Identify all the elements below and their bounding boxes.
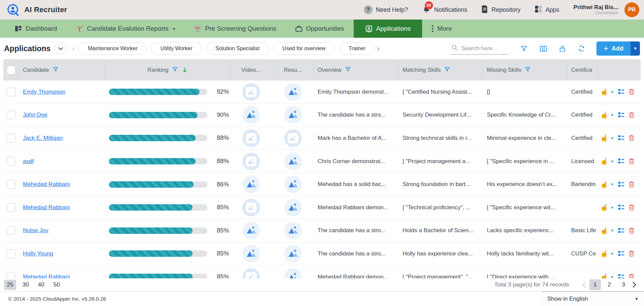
filter-chip[interactable]: Trainer <box>339 42 375 55</box>
resume-thumbnail[interactable] <box>284 153 302 170</box>
hand-pointer-icon[interactable]: ☝ <box>600 250 609 257</box>
action-dropdown-caret[interactable]: ▼ <box>610 182 614 186</box>
filter-funnel-icon[interactable] <box>444 67 450 73</box>
filter-funnel-icon[interactable] <box>172 67 178 73</box>
workflow-list-icon[interactable] <box>618 112 624 118</box>
resume-thumbnail[interactable] <box>284 176 302 193</box>
column-header-resume[interactable]: Resu... <box>272 59 314 81</box>
column-header-missing-skills[interactable]: Missing Skills <box>483 59 567 81</box>
need-help-button[interactable]: ? Need Help? <box>364 5 408 14</box>
action-dropdown-caret[interactable]: ▼ <box>610 206 614 210</box>
action-dropdown-caret[interactable]: ▼ <box>610 90 614 94</box>
video-thumbnail[interactable] <box>242 268 260 278</box>
video-thumbnail[interactable] <box>242 199 260 216</box>
candidate-link[interactable]: Holly Young <box>23 250 53 257</box>
video-thumbnail[interactable] <box>242 106 260 124</box>
candidate-link[interactable]: asdf <box>23 158 34 165</box>
sort-descending-icon[interactable] <box>182 67 187 73</box>
action-dropdown-caret[interactable]: ▼ <box>610 159 614 163</box>
resume-thumbnail[interactable] <box>284 83 302 101</box>
prev-page-icon[interactable] <box>582 282 586 288</box>
candidate-link[interactable]: Mehedad Rabbani <box>23 204 70 211</box>
hand-pointer-icon[interactable]: ☝ <box>600 88 609 95</box>
next-page-icon[interactable] <box>633 282 637 288</box>
row-checkbox[interactable] <box>7 88 16 96</box>
row-checkbox[interactable] <box>7 134 16 143</box>
action-dropdown-caret[interactable]: ▼ <box>610 275 614 278</box>
user-menu[interactable]: Prithwi Raj Bis... CloudApper <box>574 4 618 16</box>
row-checkbox[interactable] <box>7 249 16 258</box>
resume-thumbnail[interactable] <box>284 268 302 278</box>
add-button[interactable]: +Add ▼ <box>596 41 640 56</box>
filter-funnel-icon[interactable] <box>521 45 527 52</box>
video-thumbnail[interactable] <box>242 176 260 193</box>
action-dropdown-caret[interactable]: ▼ <box>610 228 614 233</box>
resume-thumbnail[interactable] <box>284 222 302 239</box>
video-thumbnail[interactable] <box>242 83 260 101</box>
column-header-certification[interactable]: Certifica <box>567 59 598 81</box>
row-checkbox[interactable] <box>7 203 16 212</box>
candidate-link[interactable]: Jack E. Milligan <box>23 135 63 142</box>
candidate-link[interactable]: Mehedad Rabbani <box>23 274 70 278</box>
tab-pre-screening-questions[interactable]: Pre Screening Questions <box>184 20 286 38</box>
column-header-video[interactable]: Video... <box>230 59 272 81</box>
trash-icon[interactable] <box>629 227 634 234</box>
avatar[interactable]: PR <box>624 2 639 17</box>
hand-pointer-icon[interactable]: ☝ <box>600 204 609 211</box>
tab-more[interactable]: More <box>422 20 461 38</box>
tab-applications[interactable]: Applications <box>354 20 422 38</box>
workflow-list-icon[interactable] <box>618 158 624 164</box>
tab-dashboard[interactable]: Dashboard <box>5 20 66 38</box>
refresh-icon[interactable] <box>578 45 585 52</box>
tab-candidate-evalution-reports[interactable]: Candidate Evalution Reports ▾ <box>66 20 184 38</box>
resume-thumbnail[interactable] <box>284 106 302 124</box>
page-number[interactable]: 1 <box>589 279 601 290</box>
row-checkbox[interactable] <box>7 273 16 278</box>
row-checkbox[interactable] <box>7 111 16 119</box>
chips-scroll-right-icon[interactable]: › <box>377 43 380 54</box>
action-dropdown-caret[interactable]: ▼ <box>610 136 614 140</box>
resume-thumbnail[interactable] <box>284 245 302 263</box>
trash-icon[interactable] <box>629 250 634 257</box>
trash-icon[interactable] <box>629 89 634 95</box>
row-checkbox[interactable] <box>7 180 16 189</box>
hand-pointer-icon[interactable]: ☝ <box>600 134 609 142</box>
chips-scroll-left-icon[interactable]: ‹ <box>72 43 75 54</box>
filter-chip[interactable]: Maintenance Worker <box>79 42 147 55</box>
resume-thumbnail[interactable] <box>284 129 302 147</box>
video-thumbnail[interactable] <box>242 245 260 263</box>
trash-icon[interactable] <box>629 135 634 141</box>
workflow-list-icon[interactable] <box>618 251 624 256</box>
page-number[interactable]: 2 <box>604 279 615 290</box>
lock-icon[interactable] <box>559 45 565 52</box>
action-dropdown-caret[interactable]: ▼ <box>610 252 614 256</box>
apps-button[interactable]: Apps <box>535 5 559 14</box>
page-number[interactable]: 3 <box>618 279 629 290</box>
video-thumbnail[interactable] <box>242 222 260 239</box>
video-thumbnail[interactable] <box>242 153 260 170</box>
workflow-list-icon[interactable] <box>618 182 624 187</box>
filter-chip[interactable]: Utility Worker <box>151 42 202 55</box>
candidate-link[interactable]: Mehedad Rabbani <box>23 181 70 188</box>
filter-chip[interactable]: Solution Specialist <box>206 42 269 55</box>
repository-button[interactable]: Repository <box>481 5 521 15</box>
search-input[interactable] <box>461 45 505 52</box>
candidate-link[interactable]: Nutse Joy <box>23 227 49 234</box>
workflow-list-icon[interactable] <box>618 205 624 210</box>
view-switcher-button[interactable] <box>55 42 67 55</box>
column-header-matching-skills[interactable]: Matching Skills <box>399 59 483 81</box>
page-size-option[interactable]: 25 <box>4 280 16 290</box>
language-select[interactable]: Show in English ▼ <box>542 292 644 306</box>
page-size-option[interactable]: 30 <box>20 280 32 290</box>
trash-icon[interactable] <box>629 204 634 211</box>
filter-funnel-icon[interactable] <box>525 67 530 73</box>
filter-chip[interactable]: Used for overview <box>273 42 335 55</box>
video-thumbnail[interactable] <box>242 129 260 147</box>
workflow-list-icon[interactable] <box>618 89 624 95</box>
hand-pointer-icon[interactable]: ☝ <box>600 181 609 188</box>
columns-icon[interactable] <box>540 46 547 52</box>
filter-funnel-icon[interactable] <box>53 67 58 73</box>
select-all-checkbox[interactable] <box>7 66 16 74</box>
page-size-option[interactable]: 50 <box>51 280 63 290</box>
tab-opportunities[interactable]: Opportunities <box>286 20 354 38</box>
